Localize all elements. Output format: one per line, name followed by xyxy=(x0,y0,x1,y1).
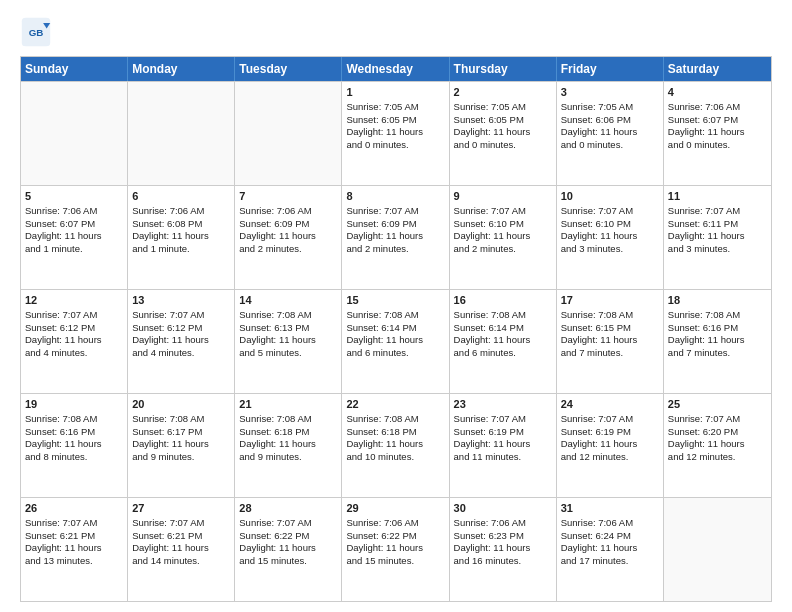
calendar-row: 19Sunrise: 7:08 AMSunset: 6:16 PMDayligh… xyxy=(21,393,771,497)
day-info-line: Sunset: 6:12 PM xyxy=(132,322,230,335)
calendar-cell: 17Sunrise: 7:08 AMSunset: 6:15 PMDayligh… xyxy=(557,290,664,393)
day-info-line: Sunset: 6:15 PM xyxy=(561,322,659,335)
day-info-line: and 15 minutes. xyxy=(346,555,444,568)
day-info-line: and 1 minute. xyxy=(132,243,230,256)
day-info-line: Daylight: 11 hours xyxy=(239,334,337,347)
day-info-line: Daylight: 11 hours xyxy=(132,438,230,451)
day-number: 1 xyxy=(346,85,444,100)
day-info-line: Sunset: 6:24 PM xyxy=(561,530,659,543)
calendar-cell: 10Sunrise: 7:07 AMSunset: 6:10 PMDayligh… xyxy=(557,186,664,289)
day-number: 31 xyxy=(561,501,659,516)
day-info-line: Daylight: 11 hours xyxy=(668,230,767,243)
day-number: 22 xyxy=(346,397,444,412)
day-info-line: Daylight: 11 hours xyxy=(561,126,659,139)
day-info-line: Sunrise: 7:08 AM xyxy=(239,309,337,322)
calendar-cell: 2Sunrise: 7:05 AMSunset: 6:05 PMDaylight… xyxy=(450,82,557,185)
day-info-line: Sunrise: 7:07 AM xyxy=(346,205,444,218)
day-info-line: Sunset: 6:14 PM xyxy=(454,322,552,335)
day-info-line: Daylight: 11 hours xyxy=(239,230,337,243)
day-info-line: Daylight: 11 hours xyxy=(668,126,767,139)
day-info-line: Sunset: 6:06 PM xyxy=(561,114,659,127)
calendar-cell: 27Sunrise: 7:07 AMSunset: 6:21 PMDayligh… xyxy=(128,498,235,601)
calendar-cell: 4Sunrise: 7:06 AMSunset: 6:07 PMDaylight… xyxy=(664,82,771,185)
day-info-line: Sunrise: 7:07 AM xyxy=(454,413,552,426)
day-info-line: and 13 minutes. xyxy=(25,555,123,568)
day-info-line: Sunset: 6:12 PM xyxy=(25,322,123,335)
day-info-line: Sunrise: 7:07 AM xyxy=(561,205,659,218)
calendar-cell: 3Sunrise: 7:05 AMSunset: 6:06 PMDaylight… xyxy=(557,82,664,185)
calendar-cell: 13Sunrise: 7:07 AMSunset: 6:12 PMDayligh… xyxy=(128,290,235,393)
calendar-cell: 29Sunrise: 7:06 AMSunset: 6:22 PMDayligh… xyxy=(342,498,449,601)
day-info-line: and 0 minutes. xyxy=(561,139,659,152)
calendar-cell: 25Sunrise: 7:07 AMSunset: 6:20 PMDayligh… xyxy=(664,394,771,497)
day-info-line: Sunrise: 7:08 AM xyxy=(132,413,230,426)
calendar-header-cell: Friday xyxy=(557,57,664,81)
calendar-header-cell: Monday xyxy=(128,57,235,81)
day-info-line: and 15 minutes. xyxy=(239,555,337,568)
calendar-cell: 7Sunrise: 7:06 AMSunset: 6:09 PMDaylight… xyxy=(235,186,342,289)
day-info-line: and 16 minutes. xyxy=(454,555,552,568)
day-info-line: Sunset: 6:07 PM xyxy=(25,218,123,231)
day-info-line: and 6 minutes. xyxy=(346,347,444,360)
day-number: 20 xyxy=(132,397,230,412)
calendar-header: SundayMondayTuesdayWednesdayThursdayFrid… xyxy=(21,57,771,81)
calendar-cell: 23Sunrise: 7:07 AMSunset: 6:19 PMDayligh… xyxy=(450,394,557,497)
day-info-line: Sunrise: 7:07 AM xyxy=(25,517,123,530)
day-info-line: Daylight: 11 hours xyxy=(25,542,123,555)
day-info-line: and 9 minutes. xyxy=(132,451,230,464)
day-info-line: Sunrise: 7:08 AM xyxy=(668,309,767,322)
day-info-line: Sunrise: 7:05 AM xyxy=(561,101,659,114)
day-info-line: Sunset: 6:14 PM xyxy=(346,322,444,335)
calendar-row: 5Sunrise: 7:06 AMSunset: 6:07 PMDaylight… xyxy=(21,185,771,289)
day-number: 26 xyxy=(25,501,123,516)
day-number: 5 xyxy=(25,189,123,204)
day-info-line: Sunset: 6:10 PM xyxy=(561,218,659,231)
day-info-line: Daylight: 11 hours xyxy=(454,126,552,139)
calendar-body: 1Sunrise: 7:05 AMSunset: 6:05 PMDaylight… xyxy=(21,81,771,601)
logo: GB xyxy=(20,16,56,48)
day-info-line: Sunset: 6:18 PM xyxy=(239,426,337,439)
day-number: 8 xyxy=(346,189,444,204)
calendar-cell: 22Sunrise: 7:08 AMSunset: 6:18 PMDayligh… xyxy=(342,394,449,497)
day-info-line: Sunrise: 7:07 AM xyxy=(454,205,552,218)
day-info-line: Sunset: 6:07 PM xyxy=(668,114,767,127)
calendar-cell: 11Sunrise: 7:07 AMSunset: 6:11 PMDayligh… xyxy=(664,186,771,289)
day-number: 28 xyxy=(239,501,337,516)
calendar-row: 12Sunrise: 7:07 AMSunset: 6:12 PMDayligh… xyxy=(21,289,771,393)
day-info-line: Sunrise: 7:06 AM xyxy=(668,101,767,114)
day-info-line: Daylight: 11 hours xyxy=(668,334,767,347)
day-info-line: Sunrise: 7:07 AM xyxy=(132,517,230,530)
day-info-line: Sunset: 6:16 PM xyxy=(668,322,767,335)
calendar-cell xyxy=(128,82,235,185)
calendar-header-cell: Sunday xyxy=(21,57,128,81)
day-info-line: and 3 minutes. xyxy=(561,243,659,256)
day-number: 9 xyxy=(454,189,552,204)
calendar-cell: 9Sunrise: 7:07 AMSunset: 6:10 PMDaylight… xyxy=(450,186,557,289)
calendar-cell: 21Sunrise: 7:08 AMSunset: 6:18 PMDayligh… xyxy=(235,394,342,497)
day-info-line: Sunrise: 7:07 AM xyxy=(561,413,659,426)
calendar-cell xyxy=(664,498,771,601)
day-info-line: Daylight: 11 hours xyxy=(239,438,337,451)
day-info-line: Daylight: 11 hours xyxy=(561,334,659,347)
day-number: 10 xyxy=(561,189,659,204)
day-number: 4 xyxy=(668,85,767,100)
day-info-line: and 14 minutes. xyxy=(132,555,230,568)
day-info-line: Daylight: 11 hours xyxy=(346,438,444,451)
calendar-header-cell: Saturday xyxy=(664,57,771,81)
day-info-line: Sunrise: 7:08 AM xyxy=(561,309,659,322)
day-number: 6 xyxy=(132,189,230,204)
day-number: 17 xyxy=(561,293,659,308)
day-info-line: and 2 minutes. xyxy=(454,243,552,256)
day-info-line: Sunset: 6:22 PM xyxy=(346,530,444,543)
day-info-line: Sunset: 6:21 PM xyxy=(25,530,123,543)
day-number: 29 xyxy=(346,501,444,516)
day-info-line: and 9 minutes. xyxy=(239,451,337,464)
calendar-cell: 5Sunrise: 7:06 AMSunset: 6:07 PMDaylight… xyxy=(21,186,128,289)
day-info-line: Sunset: 6:05 PM xyxy=(454,114,552,127)
day-info-line: and 2 minutes. xyxy=(346,243,444,256)
day-number: 21 xyxy=(239,397,337,412)
day-info-line: Sunrise: 7:05 AM xyxy=(346,101,444,114)
day-info-line: Daylight: 11 hours xyxy=(454,542,552,555)
day-info-line: Sunset: 6:08 PM xyxy=(132,218,230,231)
calendar-cell: 8Sunrise: 7:07 AMSunset: 6:09 PMDaylight… xyxy=(342,186,449,289)
